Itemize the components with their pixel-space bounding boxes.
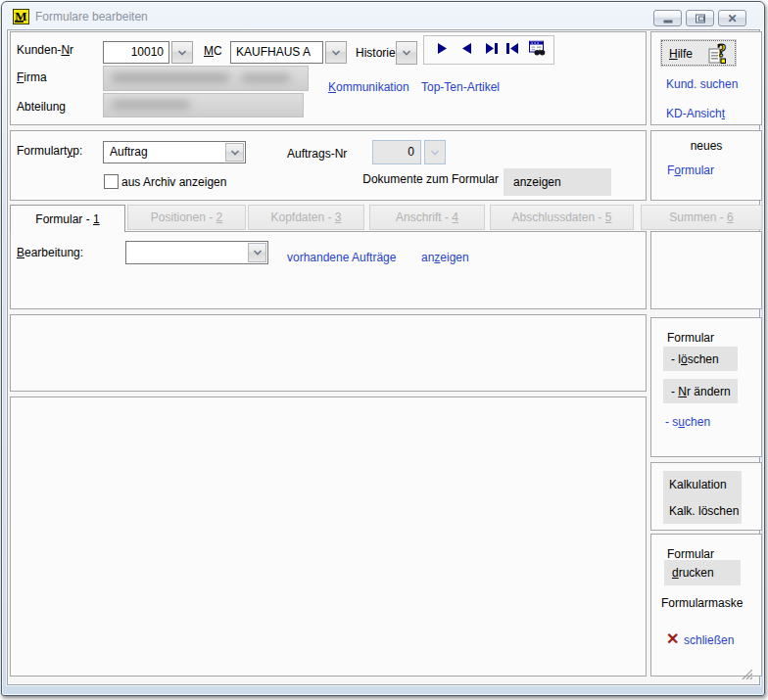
auftrags-nr-input: 0 — [372, 140, 421, 164]
close-button[interactable]: ✕ — [718, 10, 746, 26]
formulartyp-label: Formulartyp: — [17, 144, 82, 158]
right-empty-section — [650, 231, 762, 309]
kalkulation-section: Kalkulation Kalk. löschen — [650, 462, 762, 531]
top-ten-artikel-link[interactable]: Top-Ten-Artikel — [421, 80, 500, 94]
archiv-checkbox-label: aus Archiv anzeigen — [121, 175, 226, 189]
auftrags-nr-label: Auftrags-Nr — [287, 147, 347, 161]
drucken-section-title: Formular — [667, 547, 714, 561]
kunden-nr-dropdown-button[interactable] — [171, 41, 193, 64]
close-x-icon[interactable]: ✕ — [666, 630, 679, 648]
mc-label: MC — [204, 44, 222, 58]
maximize-icon — [696, 14, 705, 23]
tab-bar: Formular - 1 Positionen - 2 Kopfdaten - … — [10, 205, 762, 231]
mc-dropdown-button[interactable] — [325, 41, 347, 64]
tab-kopfdaten-3[interactable]: Kopfdaten - 3 — [248, 205, 364, 230]
formulartyp-combo[interactable]: Auftrag — [103, 141, 246, 163]
tab-abschlussdaten-5[interactable]: Abschlussdaten - 5 — [490, 205, 634, 230]
formular-actions-section: Formular - löschen - Nr ändern - suchen — [650, 317, 762, 457]
nav-previous-icon[interactable] — [462, 43, 471, 57]
search-in-forms-icon[interactable] — [529, 41, 546, 60]
svg-text:?: ? — [717, 42, 727, 61]
dokumente-label: Dokumente zum Formular — [362, 172, 499, 186]
mc-input[interactable]: KAUFHAUS A — [230, 41, 323, 64]
formtype-section: Formulartyp: Auftrag Auftrags-Nr 0 aus A… — [10, 130, 647, 201]
bearbeitung-label: Bearbeitung: — [17, 246, 83, 259]
tab-positionen-2[interactable]: Positionen - 2 — [127, 205, 246, 230]
schliessen-link[interactable]: schließen — [684, 633, 734, 647]
kd-ansicht-link[interactable]: KD-Ansicht — [666, 107, 725, 120]
tab-anschrift-4[interactable]: Anschrift - 4 — [369, 205, 485, 230]
kund-suchen-link[interactable]: Kund. suchen — [666, 77, 738, 91]
close-icon: ✕ — [727, 13, 737, 24]
historie-label: Historie — [356, 46, 396, 60]
firma-value-redacted[interactable] — [103, 66, 309, 91]
abteilung-label: Abteilung — [17, 100, 66, 114]
kalkulation-button[interactable]: Kalkulation — [663, 471, 742, 497]
formular-loeschen-button[interactable]: - löschen — [663, 347, 738, 371]
vorhandene-auftraege-link[interactable]: vorhandene Aufträge — [287, 251, 396, 264]
historie-dropdown-button[interactable] — [396, 41, 417, 65]
formular-suchen-link[interactable]: - suchen — [665, 415, 710, 429]
app-window: M Formulare bearbeiten ✕ Kunden-Nr 10010… — [1, 1, 765, 696]
neues-formular-link[interactable]: Formular — [667, 163, 714, 177]
tab-formular-1[interactable]: Formular - 1 — [10, 205, 125, 232]
bearbeitung-combo[interactable] — [125, 241, 268, 264]
app-icon: M — [13, 9, 29, 24]
formulartyp-dropdown-button[interactable] — [225, 143, 244, 162]
neues-label: neues — [651, 139, 761, 153]
neues-formular-section: neues Formular — [650, 130, 762, 201]
kommunikation-link[interactable]: Kommunikation — [328, 80, 409, 94]
window-title: Formulare bearbeiten — [35, 10, 148, 23]
titlebar[interactable]: M Formulare bearbeiten ✕ — [2, 2, 764, 29]
auftrags-nr-dropdown-button — [424, 140, 446, 164]
bearbeitung-dropdown-button[interactable] — [248, 243, 266, 262]
tab-summen-6[interactable]: Summen - 6 — [641, 205, 762, 230]
auftraege-anzeigen-link[interactable]: anzeigen — [421, 251, 469, 264]
nav-next-icon[interactable] — [438, 43, 447, 57]
formularmaske-label: Formularmaske — [661, 596, 743, 610]
archiv-checkbox[interactable] — [104, 174, 119, 189]
kunden-nr-input[interactable]: 10010 — [103, 41, 169, 64]
hilfe-button[interactable]: Hilfe ? — [661, 40, 736, 66]
resize-grip[interactable] — [740, 669, 752, 678]
empty-section-2 — [10, 397, 647, 677]
formular-nr-aendern-button[interactable]: - Nr ändern — [663, 379, 738, 403]
kalk-loeschen-button[interactable]: Kalk. löschen — [663, 497, 742, 524]
hilfe-button-label: Hilfe — [669, 47, 693, 61]
nav-first-icon[interactable] — [506, 43, 518, 57]
record-nav-toolbar — [423, 35, 554, 65]
firma-label: Firma — [17, 70, 47, 84]
bearbeitung-section: Bearbeitung: vorhandene Aufträge anzeige… — [10, 231, 647, 309]
minimize-button[interactable] — [653, 10, 682, 26]
help-icon: ? — [706, 42, 732, 69]
nav-last-icon[interactable] — [486, 43, 498, 57]
kunden-nr-label: Kunden-Nr — [17, 43, 73, 57]
drucken-button[interactable]: drucken — [664, 560, 741, 585]
formular-actions-title: Formular — [667, 331, 714, 345]
help-section: Hilfe ? Kund. suchen KD-Ansicht — [650, 31, 762, 125]
client-area: Kunden-Nr 10010 MC KAUFHAUS A Historie — [7, 29, 760, 685]
empty-section-1 — [10, 314, 647, 392]
minimize-icon — [663, 20, 672, 23]
drucken-section: Formular drucken Formularmaske ✕ schließ… — [650, 534, 762, 677]
dokumente-anzeigen-button[interactable]: anzeigen — [504, 168, 611, 196]
customer-section: Kunden-Nr 10010 MC KAUFHAUS A Historie — [10, 31, 647, 125]
abteilung-value-redacted[interactable] — [103, 93, 304, 117]
maximize-button[interactable] — [686, 10, 714, 26]
